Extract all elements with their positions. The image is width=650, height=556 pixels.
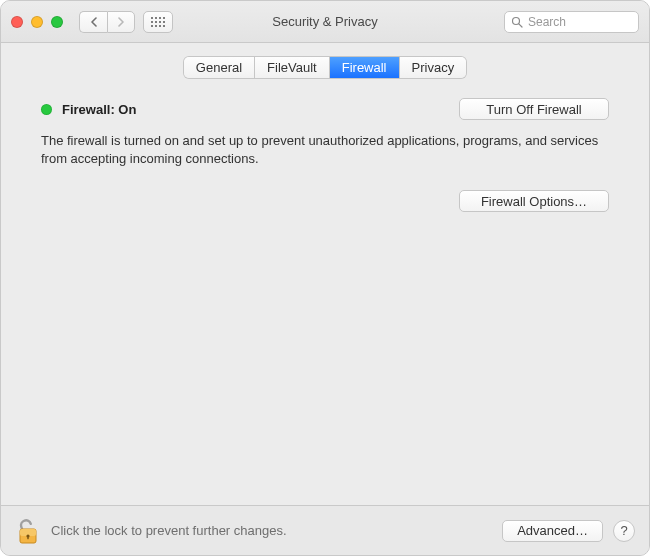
minimize-window-button[interactable] (31, 16, 43, 28)
forward-button[interactable] (107, 11, 135, 33)
back-button[interactable] (79, 11, 107, 33)
nav-buttons (79, 11, 135, 33)
grid-icon (151, 17, 165, 27)
unlocked-padlock-icon (17, 517, 39, 545)
content-area: General FileVault Firewall Privacy Firew… (1, 43, 649, 505)
firewall-options-row: Firewall Options… (41, 190, 609, 212)
footer-right: Advanced… ? (502, 520, 635, 542)
search-input[interactable] (528, 15, 632, 29)
status-indicator-icon (41, 104, 52, 115)
search-icon (511, 16, 523, 28)
firewall-description: The firewall is turned on and set up to … (41, 132, 609, 168)
turn-off-firewall-button[interactable]: Turn Off Firewall (459, 98, 609, 120)
window-controls (11, 16, 63, 28)
preferences-window: Security & Privacy General FileVault Fir… (0, 0, 650, 556)
tab-general[interactable]: General (184, 57, 255, 78)
firewall-options-button[interactable]: Firewall Options… (459, 190, 609, 212)
titlebar: Security & Privacy (1, 1, 649, 43)
chevron-right-icon (118, 17, 125, 27)
firewall-status-row: Firewall: On Turn Off Firewall (41, 98, 609, 120)
chevron-left-icon (90, 17, 97, 27)
zoom-window-button[interactable] (51, 16, 63, 28)
lock-button[interactable] (15, 516, 41, 546)
svg-rect-5 (27, 536, 28, 539)
lock-hint-text: Click the lock to prevent further change… (51, 523, 492, 538)
firewall-status: Firewall: On (41, 102, 136, 117)
segmented-control: General FileVault Firewall Privacy (184, 57, 466, 78)
help-button[interactable]: ? (613, 520, 635, 542)
firewall-status-label: Firewall: On (62, 102, 136, 117)
close-window-button[interactable] (11, 16, 23, 28)
tab-firewall[interactable]: Firewall (330, 57, 400, 78)
tab-filevault[interactable]: FileVault (255, 57, 330, 78)
advanced-button[interactable]: Advanced… (502, 520, 603, 542)
tab-bar: General FileVault Firewall Privacy (19, 57, 631, 78)
help-icon: ? (620, 523, 627, 538)
firewall-panel: Firewall: On Turn Off Firewall The firew… (19, 98, 631, 495)
search-field-wrap[interactable] (504, 11, 639, 33)
show-all-button[interactable] (143, 11, 173, 33)
svg-line-1 (519, 23, 522, 26)
footer-bar: Click the lock to prevent further change… (1, 505, 649, 555)
tab-privacy[interactable]: Privacy (400, 57, 467, 78)
